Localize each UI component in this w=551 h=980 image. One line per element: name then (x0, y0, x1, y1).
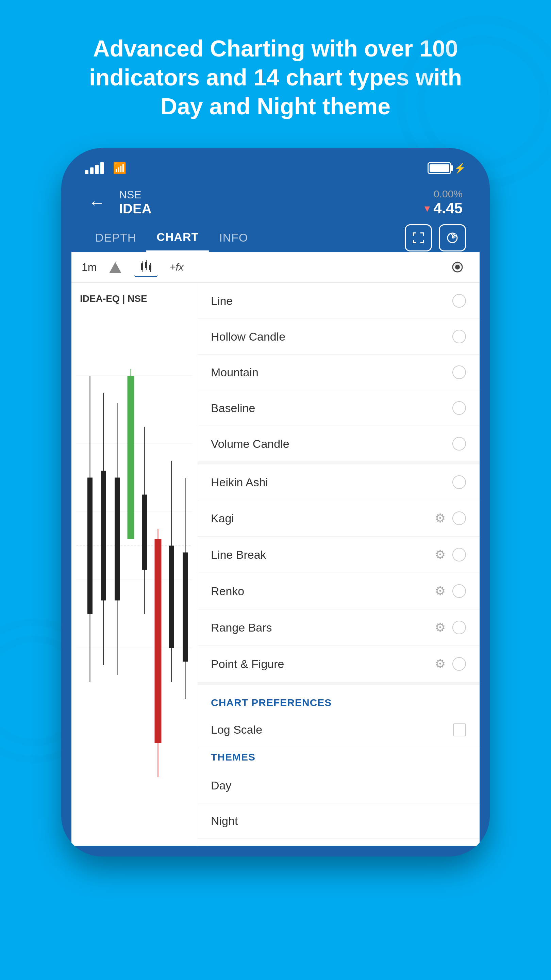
svg-rect-45 (155, 539, 162, 743)
fx-btn[interactable]: +fx (165, 257, 189, 277)
status-bar: 📶 ⚡ (71, 162, 480, 181)
tab-chart[interactable]: CHART (146, 224, 209, 252)
nav-tabs: DEPTH CHART INFO (71, 224, 480, 252)
chart-type-mountain[interactable]: Mountain (197, 355, 480, 390)
stock-price-row: ▾ 4.45 (424, 200, 462, 217)
chart-preferences-header: CHART PREFERENCES (197, 692, 480, 714)
svg-point-27 (455, 265, 460, 269)
theme-day[interactable]: Day (197, 768, 480, 803)
theme-night[interactable]: Night (197, 803, 480, 839)
chart-type-point-figure[interactable]: Point & Figure ⚙ (197, 646, 480, 682)
radio-range-bars[interactable] (453, 620, 466, 634)
radio-kagi[interactable] (453, 511, 466, 525)
tab-depth[interactable]: DEPTH (85, 224, 146, 251)
stock-price-area: 0.00% ▾ 4.45 (424, 188, 462, 217)
stock-change-pct: 0.00% (424, 188, 462, 200)
chart-type-line[interactable]: Line (197, 283, 480, 319)
charging-icon: ⚡ (454, 163, 466, 174)
log-scale-item[interactable]: Log Scale (197, 714, 480, 746)
svg-rect-49 (183, 553, 188, 662)
radio-mountain[interactable] (453, 366, 466, 379)
settings-btn[interactable] (446, 257, 469, 277)
price-direction-icon: ▾ (424, 202, 430, 215)
battery-area: ⚡ (427, 162, 466, 174)
svg-marker-15 (109, 262, 121, 273)
chart-preferences-section: CHART PREFERENCES Log Scale THEMES Day N… (197, 685, 480, 846)
back-button[interactable]: ← (89, 192, 105, 212)
nav-actions (405, 224, 466, 251)
svg-rect-5 (413, 240, 414, 243)
svg-rect-16 (141, 263, 143, 270)
radio-line[interactable] (453, 294, 466, 308)
chart-symbol-label: IDEA-EQ | NSE (75, 290, 194, 308)
candle-chart-btn[interactable] (134, 257, 158, 277)
radio-renko[interactable] (453, 584, 466, 598)
chart-type-kagi[interactable]: Kagi ⚙ (197, 500, 480, 537)
section-divider-1 (197, 462, 480, 465)
radio-hollow-candle[interactable] (453, 330, 466, 343)
fullscreen-button[interactable] (405, 224, 432, 251)
chart-type-hollow-candle[interactable]: Hollow Candle (197, 319, 480, 355)
chart-type-baseline[interactable]: Baseline (197, 390, 480, 426)
chart-type-renko[interactable]: Renko ⚙ (197, 573, 480, 609)
kagi-gear-icon[interactable]: ⚙ (435, 511, 446, 525)
svg-rect-3 (423, 232, 424, 236)
stock-symbol: IDEA (119, 201, 414, 216)
radio-line-break[interactable] (453, 548, 466, 562)
range-bars-gear-icon[interactable]: ⚙ (435, 620, 446, 635)
radio-heikin-ashi[interactable] (453, 476, 466, 489)
chart-area: IDEA-EQ | NSE (71, 283, 197, 846)
log-scale-checkbox[interactable] (453, 724, 466, 737)
chart-type-panel: Line Hollow Candle Mountain Baseline Vol (197, 283, 480, 846)
chart-type-heikin-ashi[interactable]: Heikin Ashi (197, 465, 480, 500)
chart-type-volume-candle[interactable]: Volume Candle (197, 426, 480, 462)
svg-rect-19 (145, 262, 147, 268)
chart-toolbar: 1m +fx (71, 252, 480, 283)
svg-rect-22 (149, 265, 151, 270)
signal-icon (85, 162, 104, 174)
chart-type-line-break[interactable]: Line Break ⚙ (197, 537, 480, 573)
line-break-gear-icon[interactable]: ⚙ (435, 547, 446, 562)
battery-icon (427, 162, 451, 174)
timeframe-label[interactable]: 1m (82, 261, 97, 274)
radio-volume-candle[interactable] (453, 437, 466, 450)
svg-rect-1 (413, 232, 414, 236)
svg-rect-39 (115, 478, 120, 600)
section-divider-2 (197, 682, 480, 685)
phone-mockup: 📶 ⚡ ← NSE IDEA 0.00% ▾ 4.45 (61, 148, 490, 856)
stock-info: NSE IDEA (119, 189, 414, 216)
radio-baseline[interactable] (453, 401, 466, 415)
chart-type-range-bars[interactable]: Range Bars ⚙ (197, 609, 480, 646)
svg-rect-7 (423, 240, 424, 243)
point-figure-gear-icon[interactable]: ⚙ (435, 657, 446, 671)
mountain-chart-btn[interactable] (103, 257, 127, 277)
phone-body: 📶 ⚡ ← NSE IDEA 0.00% ▾ 4.45 (61, 148, 490, 856)
svg-rect-41 (127, 375, 134, 539)
svg-rect-47 (169, 546, 174, 648)
stock-exchange: NSE (119, 189, 414, 201)
stock-header: ← NSE IDEA 0.00% ▾ 4.45 (71, 181, 480, 224)
themes-header: THEMES (197, 746, 480, 768)
tab-info[interactable]: INFO (209, 224, 258, 251)
chart-content: IDEA-EQ | NSE (71, 283, 480, 846)
candlestick-chart (75, 308, 194, 784)
svg-rect-43 (142, 495, 147, 570)
add-alert-button[interactable] (439, 224, 466, 251)
stock-price: 4.45 (433, 200, 462, 217)
radio-point-figure[interactable] (453, 657, 466, 671)
svg-rect-35 (88, 478, 92, 614)
svg-rect-37 (102, 471, 106, 600)
wifi-icon: 📶 (113, 162, 127, 175)
renko-gear-icon[interactable]: ⚙ (435, 584, 446, 598)
